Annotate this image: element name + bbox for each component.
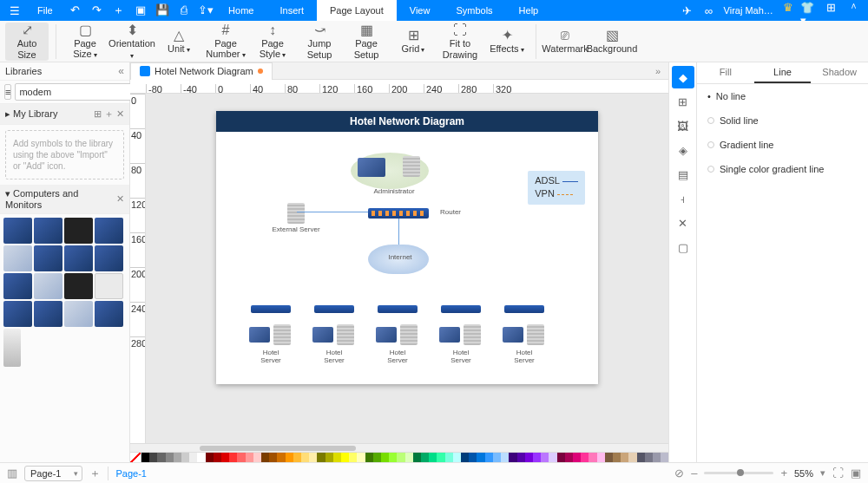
- shape-imac[interactable]: [34, 245, 62, 271]
- scrollbar-thumb[interactable]: [200, 446, 356, 451]
- opt-no-line[interactable]: •No line: [697, 84, 868, 108]
- color-swatch[interactable]: [214, 453, 221, 462]
- color-swatch[interactable]: [174, 453, 181, 462]
- color-swatch[interactable]: [461, 453, 469, 462]
- hotel-srv-2[interactable]: [337, 324, 354, 345]
- hotel-srv-5[interactable]: [527, 324, 544, 345]
- color-swatch[interactable]: [309, 453, 317, 462]
- color-swatch[interactable]: [413, 453, 421, 462]
- external-server[interactable]: [287, 203, 305, 224]
- color-swatch[interactable]: [397, 453, 404, 462]
- print-icon[interactable]: ⎙: [174, 0, 194, 21]
- send-icon[interactable]: ✈: [677, 0, 696, 21]
- color-swatch[interactable]: [237, 453, 245, 462]
- share-icon[interactable]: ∞: [700, 0, 719, 21]
- menu-icon[interactable]: ☰: [5, 0, 24, 21]
- menu-insert[interactable]: Insert: [266, 0, 317, 21]
- shape-pos[interactable]: [95, 301, 123, 327]
- shape-display[interactable]: [3, 273, 32, 299]
- color-swatch[interactable]: [469, 453, 477, 462]
- shape-macbook[interactable]: [95, 245, 123, 271]
- unit-button[interactable]: △Unit: [157, 23, 201, 61]
- color-swatch[interactable]: [621, 453, 628, 462]
- hotel-pc-5[interactable]: [503, 327, 523, 343]
- color-swatch[interactable]: [293, 453, 301, 462]
- library-menu-icon[interactable]: ≡: [4, 84, 11, 100]
- zoom-in-icon[interactable]: +: [780, 467, 787, 480]
- color-swatch[interactable]: [533, 453, 541, 462]
- page-setup-button[interactable]: ▦Page Setup: [345, 23, 388, 61]
- hotel-switch-3[interactable]: [378, 305, 418, 313]
- color-swatch[interactable]: [437, 453, 444, 462]
- menu-help[interactable]: Help: [506, 0, 552, 21]
- menu-symbols[interactable]: Symbols: [443, 0, 505, 21]
- fit-drawing-button[interactable]: ⛶Fit to Drawing: [438, 23, 482, 61]
- color-swatch[interactable]: [301, 453, 309, 462]
- page-number-button[interactable]: #Page Number: [204, 23, 247, 61]
- add-lib-icon[interactable]: ＋: [104, 108, 114, 119]
- color-swatch[interactable]: [286, 453, 293, 462]
- document-tab[interactable]: Hotel Network Diagram: [130, 62, 273, 80]
- color-swatch[interactable]: [246, 453, 253, 462]
- shape-laptop[interactable]: [64, 218, 93, 244]
- page-size-button[interactable]: ▢Page Size: [63, 23, 107, 61]
- color-swatch[interactable]: [661, 453, 668, 462]
- close-section-icon[interactable]: ✕: [116, 193, 124, 204]
- color-swatch[interactable]: [493, 453, 501, 462]
- zoom-slider[interactable]: [704, 472, 773, 474]
- open-icon[interactable]: ▣: [131, 0, 150, 21]
- color-swatch[interactable]: [517, 453, 525, 462]
- color-swatch[interactable]: [349, 453, 357, 462]
- shape-printer[interactable]: [95, 273, 123, 299]
- color-swatch[interactable]: [549, 453, 556, 462]
- color-swatch[interactable]: [253, 453, 261, 462]
- expand-panel-icon[interactable]: »: [648, 66, 668, 76]
- hotel-pc-1[interactable]: [249, 327, 270, 343]
- tab-line[interactable]: Line: [754, 62, 812, 83]
- shape-server[interactable]: [95, 218, 123, 244]
- shape-tower[interactable]: [34, 273, 62, 299]
- color-swatch[interactable]: [229, 453, 237, 462]
- opt-solid-line[interactable]: Solid line: [697, 108, 868, 133]
- zoom-thumb[interactable]: [737, 469, 744, 476]
- user-name[interactable]: Viraj Mah…: [719, 5, 779, 16]
- color-swatch[interactable]: [261, 453, 269, 462]
- effects-button[interactable]: ✦Effects: [485, 23, 529, 61]
- fit-icon[interactable]: ▣: [851, 467, 861, 480]
- horizontal-scrollbar[interactable]: [130, 443, 668, 452]
- admin-server[interactable]: [403, 156, 420, 177]
- color-swatch[interactable]: [429, 453, 437, 462]
- menu-page-layout[interactable]: Page Layout: [317, 0, 397, 21]
- align-tool-icon[interactable]: ⫞: [672, 187, 694, 210]
- color-swatch[interactable]: [405, 453, 413, 462]
- page-style-button[interactable]: ↕Page Style: [251, 23, 294, 61]
- hotel-switch-4[interactable]: [441, 305, 481, 313]
- shape-phone[interactable]: [34, 301, 62, 327]
- style-tool-icon[interactable]: ◆: [672, 66, 694, 88]
- color-swatch[interactable]: [166, 453, 174, 462]
- layers-tool-icon[interactable]: ◈: [672, 139, 694, 161]
- color-swatch[interactable]: [628, 453, 636, 462]
- color-swatch[interactable]: [477, 453, 484, 462]
- shape-pc[interactable]: [34, 218, 62, 244]
- page[interactable]: Hotel Network Diagram Administrator Exte…: [216, 111, 598, 384]
- grid-tool-icon[interactable]: ⊞: [672, 90, 694, 113]
- color-swatch[interactable]: [206, 453, 214, 462]
- color-swatch[interactable]: [581, 453, 589, 462]
- color-swatch[interactable]: [221, 453, 229, 462]
- crown-icon[interactable]: ♛: [779, 0, 798, 17]
- color-swatch[interactable]: [637, 453, 645, 462]
- color-swatch[interactable]: [573, 453, 581, 462]
- color-swatch[interactable]: [381, 453, 389, 462]
- opt-gradient-line[interactable]: Gradient line: [697, 133, 868, 157]
- hotel-pc-4[interactable]: [439, 327, 460, 343]
- color-swatch[interactable]: [501, 453, 509, 462]
- redo-icon[interactable]: ↷: [88, 0, 107, 21]
- color-swatch[interactable]: [365, 453, 373, 462]
- image-tool-icon[interactable]: 🖼: [672, 114, 694, 137]
- color-swatch[interactable]: [373, 453, 381, 462]
- color-swatch[interactable]: [149, 453, 157, 462]
- fullscreen-icon[interactable]: ⛶: [832, 467, 844, 480]
- computers-monitors-section[interactable]: ▾ Computers and Monitors: [5, 188, 114, 210]
- page-selector[interactable]: Page-1: [24, 466, 82, 481]
